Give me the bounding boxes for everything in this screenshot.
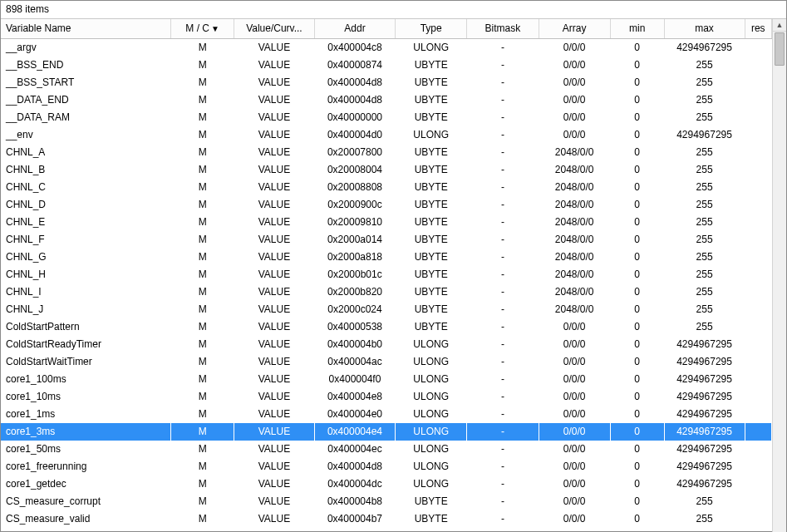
- cell-mc: M: [171, 318, 234, 336]
- cell-min: 0: [610, 179, 664, 196]
- cell-name: CHNL_J: [1, 301, 171, 318]
- table-row[interactable]: CHNL_CMVALUE0x20008808UBYTE-2048/0/00255: [1, 179, 772, 196]
- cell-array: 0/0/0: [539, 493, 610, 510]
- cell-array: 0/0/0: [539, 74, 610, 91]
- cell-max: 255: [664, 214, 745, 231]
- cell-mc: M: [171, 441, 234, 458]
- cell-mc: M: [171, 126, 234, 144]
- cell-type: UBYTE: [396, 510, 467, 528]
- cell-bitmask: -: [467, 336, 539, 353]
- table-row[interactable]: core1_50msMVALUE0x400004ecULONG-0/0/0042…: [1, 441, 772, 458]
- cell-value: VALUE: [234, 283, 314, 301]
- cell-max: 255: [664, 528, 745, 532]
- cell-max: 4294967295: [664, 336, 745, 353]
- table-row[interactable]: CS_measure_validMVALUE0x400004b7UBYTE-0/…: [1, 510, 772, 528]
- cell-addr: 0x400004b8: [314, 493, 395, 510]
- cell-max: 255: [664, 231, 745, 249]
- cell-max: 255: [664, 249, 745, 266]
- column-header-max[interactable]: max: [664, 19, 745, 39]
- table-row[interactable]: core1_10msMVALUE0x400004e8ULONG-0/0/0042…: [1, 388, 772, 406]
- header-row[interactable]: Variable NameM / C▼Value/Curv...AddrType…: [1, 19, 772, 39]
- cell-array: 2048/0/0: [539, 214, 610, 231]
- cell-res: [745, 371, 771, 388]
- table-row[interactable]: CHNL_EMVALUE0x20009810UBYTE-2048/0/00255: [1, 214, 772, 231]
- cell-bitmask: -: [467, 475, 539, 493]
- cell-name: core1_50ms: [1, 441, 171, 458]
- cell-type: UBYTE: [396, 91, 467, 109]
- table-body[interactable]: __argvMVALUE0x400004c8ULONG-0/0/00429496…: [1, 39, 772, 533]
- cell-name: __BSS_END: [1, 57, 171, 74]
- cell-min: 0: [610, 336, 664, 353]
- table-row[interactable]: __argvMVALUE0x400004c8ULONG-0/0/00429496…: [1, 39, 772, 57]
- column-header-mc[interactable]: M / C▼: [171, 19, 234, 39]
- table-row[interactable]: core1_3msMVALUE0x400004e4ULONG-0/0/00429…: [1, 423, 772, 441]
- cell-type: ULONG: [396, 126, 467, 144]
- cell-addr: 0x400004ec: [314, 441, 395, 458]
- sort-descending-icon: ▼: [211, 24, 219, 33]
- table-row[interactable]: ColdStartWaitTimerMVALUE0x400004acULONG-…: [1, 353, 772, 371]
- cell-res: [745, 301, 771, 318]
- column-header-type[interactable]: Type: [396, 19, 467, 39]
- cell-type: ULONG: [396, 475, 467, 493]
- cell-array: 2048/0/0: [539, 179, 610, 196]
- table-row[interactable]: ColdStartReadyTimerMVALUE0x400004b0ULONG…: [1, 336, 772, 353]
- cell-res: [745, 109, 771, 126]
- column-header-addr[interactable]: Addr: [314, 19, 395, 39]
- table-row[interactable]: core1_100msMVALUE0x400004f0ULONG-0/0/004…: [1, 371, 772, 388]
- table-row[interactable]: CHNL_DMVALUE0x2000900cUBYTE-2048/0/00255: [1, 196, 772, 214]
- table-row[interactable]: core1_freerunningMVALUE0x400004d8ULONG-0…: [1, 458, 772, 475]
- cell-array: 0/0/0: [539, 336, 610, 353]
- table-row[interactable]: CS_measure_corruptMVALUE0x400004b8UBYTE-…: [1, 493, 772, 510]
- table-row[interactable]: core1_1msMVALUE0x400004e0ULONG-0/0/00429…: [1, 406, 772, 423]
- column-header-bitmask[interactable]: Bitmask: [467, 19, 539, 39]
- cell-array: 0/0/0: [539, 39, 610, 57]
- column-header-res[interactable]: res: [745, 19, 771, 39]
- cell-bitmask: -: [467, 283, 539, 301]
- cell-name: ColdStartPattern: [1, 318, 171, 336]
- table-row[interactable]: __envMVALUE0x400004d0ULONG-0/0/004294967…: [1, 126, 772, 144]
- table-row[interactable]: __DATA_ENDMVALUE0x400004d8UBYTE-0/0/0025…: [1, 91, 772, 109]
- cell-name: CHNL_G: [1, 249, 171, 266]
- cell-res: [745, 144, 771, 161]
- column-header-value[interactable]: Value/Curv...: [234, 19, 314, 39]
- table-row[interactable]: __BSS_ENDMVALUE0x40000874UBYTE-0/0/00255: [1, 57, 772, 74]
- grid-area: Variable NameM / C▼Value/Curv...AddrType…: [1, 19, 786, 532]
- cell-value: VALUE: [234, 179, 314, 196]
- cell-bitmask: -: [467, 528, 539, 532]
- table-row[interactable]: CHNL_FMVALUE0x2000a014UBYTE-2048/0/00255: [1, 231, 772, 249]
- cell-mc: M: [171, 493, 234, 510]
- cell-type: ULONG: [396, 458, 467, 475]
- cell-type: ULONG: [396, 336, 467, 353]
- cell-value: VALUE: [234, 336, 314, 353]
- vertical-scrollbar[interactable]: ▲ ▼: [772, 19, 786, 532]
- table-row[interactable]: CHNL_BMVALUE0x20008004UBYTE-2048/0/00255: [1, 161, 772, 179]
- cell-name: CS_measure_valid: [1, 510, 171, 528]
- table-row[interactable]: CHNL_IMVALUE0x2000b820UBYTE-2048/0/00255: [1, 283, 772, 301]
- cell-min: 0: [610, 196, 664, 214]
- table-row[interactable]: CHNL_JMVALUE0x2000c024UBYTE-2048/0/00255: [1, 301, 772, 318]
- scroll-up-button[interactable]: ▲: [773, 19, 786, 32]
- cell-type: UBYTE: [396, 57, 467, 74]
- table-row[interactable]: CHNL_GMVALUE0x2000a818UBYTE-2048/0/00255: [1, 249, 772, 266]
- cell-min: 0: [610, 249, 664, 266]
- cell-addr: 0x2000a818: [314, 249, 395, 266]
- table-row[interactable]: core1_getdecMVALUE0x400004dcULONG-0/0/00…: [1, 475, 772, 493]
- column-header-min[interactable]: min: [610, 19, 664, 39]
- cell-value: VALUE: [234, 493, 314, 510]
- column-header-array[interactable]: Array: [539, 19, 610, 39]
- table-row[interactable]: ColdStartPatternMVALUE0x40000538UBYTE-0/…: [1, 318, 772, 336]
- vertical-scroll-thumb[interactable]: [775, 32, 785, 66]
- cell-type: ULONG: [396, 423, 467, 441]
- table-row[interactable]: __BSS_STARTMVALUE0x400004d8UBYTE-0/0/002…: [1, 74, 772, 91]
- cell-type: UBYTE: [396, 144, 467, 161]
- table-row[interactable]: CS_time_detect_to_ready_msMVALUE0x400004…: [1, 528, 772, 532]
- cell-min: 0: [610, 406, 664, 423]
- cell-array: 0/0/0: [539, 57, 610, 74]
- cell-bitmask: -: [467, 493, 539, 510]
- cell-bitmask: -: [467, 196, 539, 214]
- table-row[interactable]: __DATA_RAMMVALUE0x40000000UBYTE-0/0/0025…: [1, 109, 772, 126]
- table-row[interactable]: CHNL_HMVALUE0x2000b01cUBYTE-2048/0/00255: [1, 266, 772, 283]
- variable-grid[interactable]: Variable NameM / C▼Value/Curv...AddrType…: [1, 19, 772, 532]
- table-row[interactable]: CHNL_AMVALUE0x20007800UBYTE-2048/0/00255: [1, 144, 772, 161]
- column-header-name[interactable]: Variable Name: [1, 19, 171, 39]
